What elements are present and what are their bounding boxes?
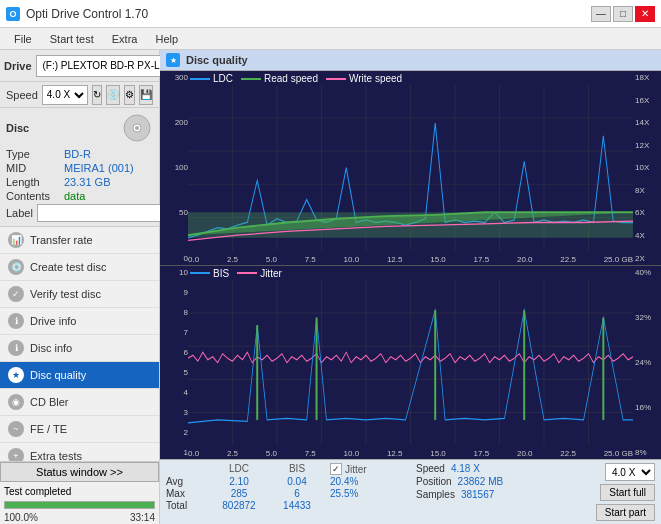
menu-start-test[interactable]: Start test [42, 31, 102, 47]
close-button[interactable]: ✕ [635, 6, 655, 22]
nav-cd-bler[interactable]: ◉ CD Bler [0, 389, 159, 416]
stats-table: LDC BIS ✓ Jitter Avg 2.10 0.04 20.4% Max [166, 463, 400, 511]
chart-top-plot [188, 85, 633, 251]
nav-drive-info[interactable]: ℹ Drive info [0, 308, 159, 335]
settings-button[interactable]: ⚙ [124, 85, 135, 105]
chart-bottom: BIS Jitter 10 9 8 7 6 5 4 3 [160, 266, 661, 460]
minimize-button[interactable]: — [591, 6, 611, 22]
stats-footer: LDC BIS ✓ Jitter Avg 2.10 0.04 20.4% Max [160, 459, 661, 524]
verify-test-disc-icon: ✓ [8, 286, 24, 302]
legend-bis: BIS [190, 268, 229, 279]
nav-disc-quality[interactable]: ★ Disc quality [0, 362, 159, 389]
contents-value: data [64, 190, 85, 202]
maximize-button[interactable]: □ [613, 6, 633, 22]
speed-select-stats[interactable]: 4.0 X [605, 463, 655, 481]
length-label: Length [6, 176, 64, 188]
jitter-checkbox[interactable]: ✓ [330, 463, 342, 475]
chart-top-x-axis: 0.0 2.5 5.0 7.5 10.0 12.5 15.0 17.5 20.0… [188, 255, 633, 265]
start-part-button[interactable]: Start part [596, 504, 655, 521]
menu-help[interactable]: Help [147, 31, 186, 47]
main-layout: Drive (F:) PLEXTOR BD-R PX-LB950SA 1.06 … [0, 50, 661, 524]
disc-header-title: Disc [6, 122, 29, 134]
stats-avg-row: Avg 2.10 0.04 20.4% [166, 476, 400, 487]
speed-select-drive[interactable]: 4.0 X [42, 85, 88, 105]
label-text: Label [6, 207, 33, 219]
bis-header: BIS [272, 463, 322, 475]
start-full-button[interactable]: Start full [600, 484, 655, 501]
nav-extra-tests[interactable]: + Extra tests [0, 443, 159, 461]
length-value: 23.31 GB [64, 176, 110, 188]
mid-value: MEIRA1 (001) [64, 162, 134, 174]
total-label: Total [166, 500, 206, 511]
chart-bottom-y-left: 10 9 8 7 6 5 4 3 2 1 [160, 266, 188, 460]
chart-top-y-right: 18X 16X 14X 12X 10X 8X 6X 4X 2X [633, 71, 661, 265]
max-bis: 6 [272, 488, 322, 499]
nav-create-test-disc[interactable]: 💿 Create test disc [0, 254, 159, 281]
disc-panel: Disc Type BD-R MID MEIRA1 (001) Length [0, 108, 159, 227]
drive-label: Drive [4, 60, 32, 72]
chart-top-y-left: 300 200 100 50 0 [160, 71, 188, 265]
read-speed-legend-line [241, 78, 261, 80]
position-label: Position [416, 476, 452, 487]
read-speed-legend-label: Read speed [264, 73, 318, 84]
legend-jitter: Jitter [237, 268, 282, 279]
nav-fe-te[interactable]: ~ FE / TE [0, 416, 159, 443]
window-controls: — □ ✕ [591, 6, 655, 22]
contents-label: Contents [6, 190, 64, 202]
disc-quality-panel-icon: ★ [166, 53, 180, 67]
write-speed-legend-line [326, 78, 346, 80]
stats-max-row: Max 285 6 25.5% [166, 488, 400, 499]
nav-cd-bler-label: CD Bler [30, 396, 69, 408]
menu-extra[interactable]: Extra [104, 31, 146, 47]
disc-icon-btn[interactable]: 💿 [106, 85, 120, 105]
chart-bottom-x-axis: 0.0 2.5 5.0 7.5 10.0 12.5 15.0 17.5 20.0… [188, 449, 633, 459]
fe-te-icon: ~ [8, 421, 24, 437]
status-bar: Status window >> Test completed 100.0% 3… [0, 461, 159, 524]
save-button[interactable]: 💾 [139, 85, 153, 105]
elapsed-time: 33:14 [130, 512, 155, 523]
nav-transfer-rate-label: Transfer rate [30, 234, 93, 246]
jitter-legend-label: Jitter [260, 268, 282, 279]
menu-file[interactable]: File [6, 31, 40, 47]
type-value: BD-R [64, 148, 91, 160]
jitter-header-label: Jitter [345, 464, 367, 475]
right-controls: 4.0 X Start full Start part [596, 463, 655, 521]
label-input[interactable] [37, 204, 170, 222]
stats-total-row: Total 802872 14433 [166, 500, 400, 511]
position-value: 23862 MB [458, 476, 504, 487]
chart-bottom-plot [188, 280, 633, 446]
speed-row: Speed 4.18 X [416, 463, 503, 474]
bis-legend-label: BIS [213, 268, 229, 279]
max-ldc: 285 [214, 488, 264, 499]
disc-quality-title: Disc quality [186, 54, 248, 66]
disc-quality-icon: ★ [8, 367, 24, 383]
status-window-button[interactable]: Status window >> [0, 462, 159, 482]
chart-top-legend: LDC Read speed Write speed [190, 73, 402, 84]
chart-bottom-svg [188, 280, 633, 446]
disc-info-icon: ℹ [8, 340, 24, 356]
ldc-header: LDC [214, 463, 264, 475]
progress-bar-container [4, 501, 155, 509]
nav-disc-info[interactable]: ℹ Disc info [0, 335, 159, 362]
jitter-header-row: ✓ Jitter [330, 463, 400, 475]
samples-value: 381567 [461, 489, 494, 500]
svg-point-2 [135, 126, 139, 130]
nav-fe-te-label: FE / TE [30, 423, 67, 435]
max-label: Max [166, 488, 206, 499]
disc-header: Disc [6, 112, 153, 144]
nav-transfer-rate[interactable]: 📊 Transfer rate [0, 227, 159, 254]
drive-section: Drive (F:) PLEXTOR BD-R PX-LB950SA 1.06 … [0, 50, 159, 82]
refresh-button[interactable]: ↻ [92, 85, 102, 105]
status-bottom-row: 100.0% 33:14 [0, 511, 159, 524]
chart-top-svg [188, 85, 633, 251]
nav-verify-test-disc[interactable]: ✓ Verify test disc [0, 281, 159, 308]
speed-stat-label: Speed [416, 463, 445, 474]
nav-drive-info-label: Drive info [30, 315, 76, 327]
max-jitter: 25.5% [330, 488, 400, 499]
transfer-rate-icon: 📊 [8, 232, 24, 248]
chart-bottom-y-right: 40% 32% 24% 16% 8% [633, 266, 661, 460]
chart-top: LDC Read speed Write speed 300 200 10 [160, 71, 661, 266]
chart-bottom-legend: BIS Jitter [190, 268, 282, 279]
ldc-legend-label: LDC [213, 73, 233, 84]
write-speed-legend-label: Write speed [349, 73, 402, 84]
